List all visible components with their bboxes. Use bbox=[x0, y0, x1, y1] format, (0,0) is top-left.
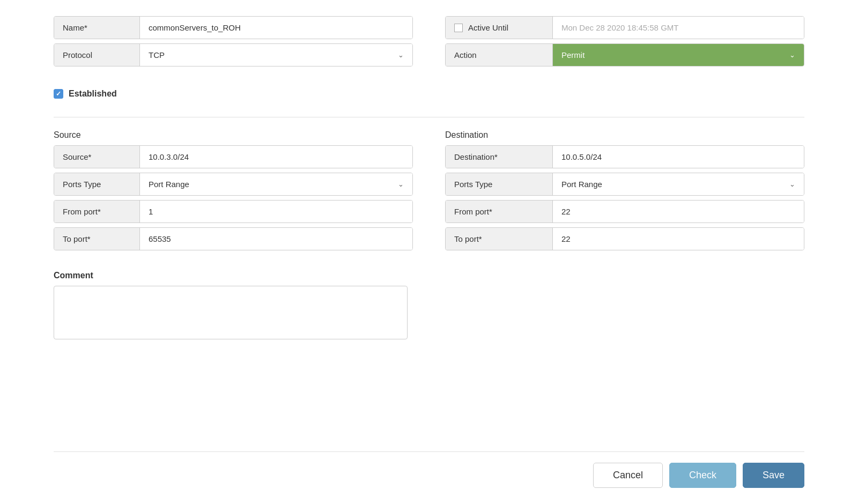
destination-section: Destination Destination* 10.0.5.0/24 Por… bbox=[445, 130, 804, 255]
source-to-port-label: To port* bbox=[54, 228, 140, 250]
protocol-chevron-icon: ⌄ bbox=[398, 51, 404, 59]
destination-to-port-value[interactable]: 22 bbox=[553, 228, 804, 250]
name-value[interactable]: commonServers_to_ROH bbox=[140, 17, 412, 39]
source-ports-type-value[interactable]: Port Range ⌄ bbox=[140, 173, 412, 195]
protocol-value[interactable]: TCP ⌄ bbox=[140, 44, 412, 66]
source-section: Source Source* 10.0.3.0/24 Ports Type Po… bbox=[54, 130, 413, 255]
destination-section-title: Destination bbox=[445, 130, 804, 140]
active-until-checkbox[interactable] bbox=[454, 24, 463, 32]
name-label: Name* bbox=[54, 17, 140, 39]
protocol-text: TCP bbox=[149, 50, 165, 60]
destination-value[interactable]: 10.0.5.0/24 bbox=[553, 146, 804, 168]
comment-textarea[interactable] bbox=[54, 286, 408, 339]
destination-row: Destination* 10.0.5.0/24 bbox=[445, 145, 804, 168]
action-label: Action bbox=[446, 44, 553, 66]
active-until-value[interactable]: Mon Dec 28 2020 18:45:58 GMT bbox=[553, 17, 804, 39]
right-panel: Active Until Mon Dec 28 2020 18:45:58 GM… bbox=[445, 16, 804, 71]
action-chevron-icon: ⌄ bbox=[789, 51, 795, 59]
destination-from-port-value[interactable]: 22 bbox=[553, 201, 804, 223]
name-row: Name* commonServers_to_ROH bbox=[54, 16, 413, 39]
action-row: Action Permit ⌄ bbox=[445, 43, 804, 66]
action-text: Permit bbox=[561, 50, 585, 60]
destination-ports-type-text: Port Range bbox=[561, 180, 602, 189]
destination-to-port-row: To port* 22 bbox=[445, 227, 804, 250]
source-ports-type-chevron-icon: ⌄ bbox=[398, 180, 404, 188]
source-from-port-value[interactable]: 1 bbox=[140, 201, 412, 223]
established-label: Established bbox=[69, 89, 117, 99]
source-section-title: Source bbox=[54, 130, 413, 140]
destination-from-port-row: From port* 22 bbox=[445, 200, 804, 223]
cancel-button[interactable]: Cancel bbox=[593, 463, 663, 488]
established-checkbox[interactable] bbox=[54, 89, 63, 99]
source-to-port-value[interactable]: 65535 bbox=[140, 228, 412, 250]
protocol-label: Protocol bbox=[54, 44, 140, 66]
comment-section: Comment bbox=[54, 271, 804, 341]
source-from-port-label: From port* bbox=[54, 201, 140, 223]
destination-ports-type-chevron-icon: ⌄ bbox=[789, 180, 795, 188]
source-ports-type-row: Ports Type Port Range ⌄ bbox=[54, 173, 413, 196]
destination-ports-type-value[interactable]: Port Range ⌄ bbox=[553, 173, 804, 195]
source-label: Source* bbox=[54, 146, 140, 168]
source-from-port-row: From port* 1 bbox=[54, 200, 413, 223]
protocol-row: Protocol TCP ⌄ bbox=[54, 43, 413, 66]
check-button[interactable]: Check bbox=[669, 463, 736, 488]
sections-row: Source Source* 10.0.3.0/24 Ports Type Po… bbox=[54, 130, 804, 255]
destination-ports-type-label: Ports Type bbox=[446, 173, 553, 195]
source-value[interactable]: 10.0.3.0/24 bbox=[140, 146, 412, 168]
footer: Cancel Check Save bbox=[54, 451, 804, 488]
divider bbox=[54, 117, 804, 117]
action-value[interactable]: Permit ⌄ bbox=[553, 44, 804, 66]
active-until-row: Active Until Mon Dec 28 2020 18:45:58 GM… bbox=[445, 16, 804, 39]
destination-from-port-label: From port* bbox=[446, 201, 553, 223]
source-ports-type-label: Ports Type bbox=[54, 173, 140, 195]
source-row: Source* 10.0.3.0/24 bbox=[54, 145, 413, 168]
save-button[interactable]: Save bbox=[743, 463, 804, 488]
destination-ports-type-row: Ports Type Port Range ⌄ bbox=[445, 173, 804, 196]
source-ports-type-text: Port Range bbox=[149, 180, 189, 189]
destination-to-port-label: To port* bbox=[446, 228, 553, 250]
destination-label: Destination* bbox=[446, 146, 553, 168]
active-until-label-cell: Active Until bbox=[446, 17, 553, 39]
left-panel: Name* commonServers_to_ROH Protocol TCP … bbox=[54, 16, 413, 71]
comment-title: Comment bbox=[54, 271, 804, 280]
source-to-port-row: To port* 65535 bbox=[54, 227, 413, 250]
active-until-label-text: Active Until bbox=[468, 23, 508, 32]
established-row: Established bbox=[54, 89, 804, 99]
